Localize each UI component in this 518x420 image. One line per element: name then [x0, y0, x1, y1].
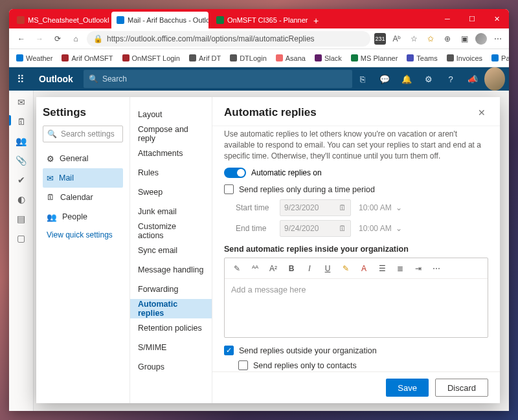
end-date-input[interactable]: 9/24/2020🗓: [280, 220, 351, 237]
app-launcher-icon[interactable]: ⠿: [9, 67, 32, 91]
favorite-link[interactable]: Invoices: [444, 53, 486, 63]
tab-label: OnMSFT CI365 - Planner: [227, 16, 308, 24]
favorite-link[interactable]: Arif DT: [186, 53, 224, 63]
window-minimize-button[interactable]: ─: [435, 9, 460, 28]
settings-subnav-automatic-replies[interactable]: Automatic replies: [130, 299, 212, 318]
settings-subnav-item[interactable]: Sweep: [130, 182, 212, 202]
browser-tab-0[interactable]: MS_Cheatsheet_OutlookMailOn… ✕: [12, 12, 109, 28]
read-aloud-icon[interactable]: Aᵇ: [391, 33, 403, 45]
teams-call-icon[interactable]: ⎘: [352, 67, 373, 91]
panel-title: Automatic replies: [224, 106, 317, 119]
settings-subnav-item[interactable]: Customize actions: [130, 221, 212, 241]
start-date-input[interactable]: 9/23/2020🗓: [280, 199, 351, 216]
checkbox-icon: ✓: [224, 346, 234, 355]
end-time-dropdown[interactable]: 10:00 AM⌄: [359, 224, 402, 233]
search-placeholder: Search: [102, 74, 127, 83]
highlight-icon[interactable]: ✎: [231, 263, 243, 274]
bullet-list-icon[interactable]: ☰: [376, 263, 388, 274]
favorite-star-icon[interactable]: ☆: [408, 33, 420, 45]
save-button[interactable]: Save: [386, 379, 429, 397]
new-tab-button[interactable]: +: [308, 13, 324, 28]
more-formatting-icon[interactable]: ⋯: [431, 263, 442, 274]
rail-people-icon[interactable]: 👥: [16, 136, 27, 146]
favorite-link[interactable]: Arif OnMSFT: [58, 53, 116, 63]
settings-subnav-item[interactable]: Rules: [130, 163, 212, 182]
rail-item-icon[interactable]: ▤: [17, 214, 25, 224]
font-size-icon[interactable]: A²: [267, 263, 279, 274]
settings-title: Settings: [43, 106, 123, 119]
contacts-only-checkbox[interactable]: Send replies only to contacts: [238, 360, 488, 370]
url-input[interactable]: 🔒 https://outlook.office.com/mail/option…: [87, 31, 370, 47]
inside-org-textarea[interactable]: Add a message here: [225, 279, 488, 337]
rail-item-icon[interactable]: ◐: [17, 194, 25, 204]
favorite-link[interactable]: Weather: [13, 53, 56, 63]
favorite-link[interactable]: MS Planner: [348, 53, 401, 63]
favorite-link[interactable]: OnMSFT Login: [119, 53, 183, 63]
settings-subnav-item[interactable]: Compose and reply: [130, 124, 212, 144]
inside-org-editor: ✎ ᴬᴬ A² B I U ✎ A ☰ ≣ ⇥ ⋯: [224, 258, 488, 338]
view-quick-settings-link[interactable]: View quick settings: [43, 227, 123, 243]
collections-icon[interactable]: ⊕: [442, 33, 453, 45]
panel-close-button[interactable]: ✕: [475, 106, 488, 119]
extensions-icon[interactable]: ▣: [458, 33, 470, 45]
nav-home-button[interactable]: ⌂: [69, 32, 83, 46]
shopping-icon[interactable]: 231: [374, 33, 386, 45]
browser-tab-2[interactable]: OnMSFT CI365 - Planner ✕: [211, 12, 308, 28]
nav-forward-button[interactable]: →: [32, 32, 47, 46]
account-avatar[interactable]: [484, 67, 505, 91]
settings-subnav-item[interactable]: Attachments: [130, 144, 212, 163]
rail-mail-icon[interactable]: ✉: [17, 97, 25, 107]
notifications-icon[interactable]: 🔔: [396, 67, 417, 91]
number-list-icon[interactable]: ≣: [394, 263, 406, 274]
rail-todo-icon[interactable]: ✔: [17, 175, 25, 185]
rail-calendar-icon[interactable]: 🗓: [17, 116, 26, 127]
settings-nav-mail[interactable]: ✉Mail: [43, 168, 123, 188]
outlook-search-input[interactable]: 🔍 Search: [84, 70, 352, 88]
outlook-chat-icon[interactable]: 💬: [374, 67, 395, 91]
text-highlight-icon[interactable]: ✎: [340, 263, 352, 274]
font-face-icon[interactable]: ᴬᴬ: [249, 263, 261, 274]
indent-icon[interactable]: ⇥: [412, 263, 424, 274]
settings-nav-people[interactable]: 👥People: [43, 207, 123, 227]
favorite-plus-icon[interactable]: ✩: [425, 33, 436, 45]
tab-strip: MS_Cheatsheet_OutlookMailOn… ✕ Mail - Ar…: [9, 9, 509, 28]
settings-nav-general[interactable]: ⚙General: [43, 149, 123, 168]
whatsnew-icon[interactable]: 📣: [462, 67, 483, 91]
discard-button[interactable]: Discard: [435, 379, 488, 397]
browser-tab-1[interactable]: Mail - Arif Bacchus - Outlook ✕: [111, 12, 208, 28]
automatic-replies-toggle[interactable]: [224, 168, 246, 178]
favorite-link[interactable]: Asana: [273, 53, 309, 63]
favorite-link[interactable]: Teams: [403, 53, 440, 63]
start-time-dropdown[interactable]: 10:00 AM⌄: [359, 203, 402, 212]
settings-search-input[interactable]: 🔍 Search settings: [43, 126, 123, 142]
settings-subnav-item[interactable]: Junk email: [130, 202, 212, 221]
settings-subnav-item[interactable]: Sync email: [130, 241, 212, 260]
favorite-link[interactable]: Slack: [311, 53, 345, 63]
settings-subnav-item[interactable]: Retention policies: [130, 318, 212, 338]
favorite-link[interactable]: DTLogin: [227, 53, 270, 63]
nav-refresh-button[interactable]: ⟳: [51, 32, 65, 46]
settings-subnav-item[interactable]: Forwarding: [130, 280, 212, 299]
bold-icon[interactable]: B: [286, 263, 297, 274]
underline-icon[interactable]: U: [322, 263, 333, 274]
rail-item-icon[interactable]: ▢: [17, 233, 25, 243]
time-period-checkbox[interactable]: Send replies only during a time period: [224, 184, 488, 194]
settings-subnav-item[interactable]: Layout: [130, 105, 212, 124]
font-color-icon[interactable]: A: [358, 263, 370, 274]
window-maximize-button[interactable]: ☐: [460, 9, 484, 28]
window-close-button[interactable]: ✕: [484, 9, 509, 28]
outside-org-checkbox[interactable]: ✓ Send replies outside your organization: [224, 346, 488, 355]
settings-gear-icon[interactable]: ⚙: [418, 67, 439, 91]
lock-icon: 🔒: [93, 34, 103, 43]
browser-menu-button[interactable]: ⋯: [492, 33, 504, 45]
favorite-link[interactable]: Pay: [488, 53, 509, 63]
settings-nav-calendar[interactable]: 🗓Calendar: [43, 188, 123, 207]
settings-subnav-item[interactable]: S/MIME: [130, 338, 212, 357]
nav-back-button[interactable]: ←: [14, 32, 28, 46]
help-icon[interactable]: ?: [440, 67, 461, 91]
rail-files-icon[interactable]: 📎: [16, 155, 27, 166]
settings-subnav-item[interactable]: Message handling: [130, 260, 212, 280]
profile-avatar[interactable]: [475, 33, 487, 45]
italic-icon[interactable]: I: [304, 263, 315, 274]
settings-subnav-item[interactable]: Groups: [130, 357, 212, 377]
